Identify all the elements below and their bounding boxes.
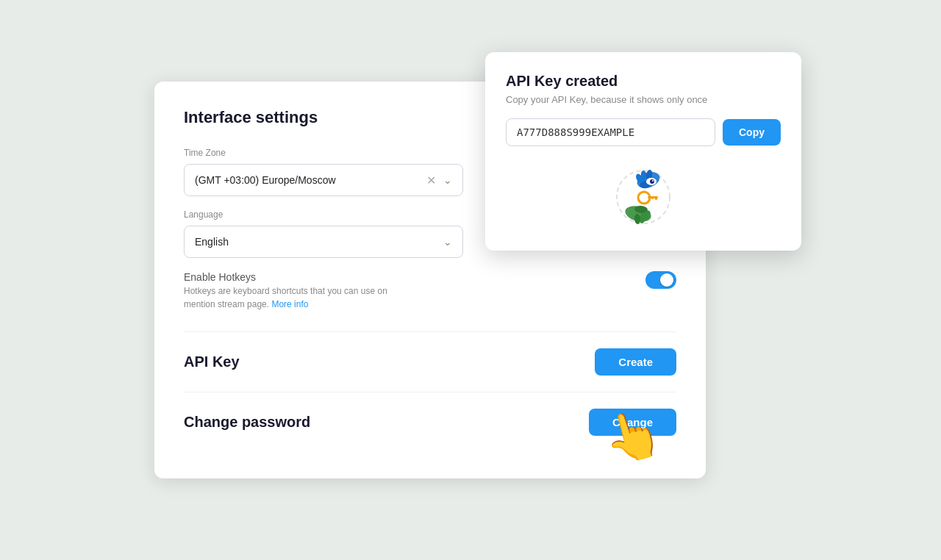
api-key-input-row: Copy xyxy=(506,118,781,146)
svg-point-7 xyxy=(650,179,654,184)
change-password-button[interactable]: Change xyxy=(589,409,676,436)
hotkeys-toggle[interactable] xyxy=(645,271,676,289)
change-password-title: Change password xyxy=(184,414,310,431)
svg-rect-16 xyxy=(655,196,657,200)
hotkeys-label: Enable Hotkeys xyxy=(184,271,645,283)
popup-subtitle: Copy your API Key, because it shows only… xyxy=(506,94,781,105)
api-key-popup: API Key created Copy your API Key, becau… xyxy=(485,52,801,251)
copy-api-key-button[interactable]: Copy xyxy=(723,119,781,146)
hotkeys-label-group: Enable Hotkeys Hotkeys are keyboard shor… xyxy=(184,271,645,311)
timezone-chevron-icon: ⌄ xyxy=(443,174,452,186)
svg-point-8 xyxy=(652,180,654,182)
change-password-row: Change password Change xyxy=(184,392,676,452)
api-illustration-svg xyxy=(603,164,684,230)
timezone-clear-icon[interactable]: ✕ xyxy=(426,173,436,187)
toggle-track xyxy=(645,271,676,289)
svg-rect-17 xyxy=(651,196,654,199)
toggle-thumb xyxy=(660,273,673,287)
language-value: English xyxy=(195,236,443,248)
popup-title: API Key created xyxy=(506,73,781,90)
language-select[interactable]: English ⌄ xyxy=(184,226,463,258)
api-key-input[interactable] xyxy=(506,118,715,146)
hotkeys-row: Enable Hotkeys Hotkeys are keyboard shor… xyxy=(184,271,676,311)
api-key-row: API Key Create xyxy=(184,332,676,392)
api-key-illustration xyxy=(506,164,781,230)
timezone-select[interactable]: (GMT +03:00) Europe/Moscow ✕ ⌄ xyxy=(184,164,463,196)
api-key-title: API Key xyxy=(184,353,240,370)
hotkeys-more-info-link[interactable]: More info xyxy=(271,299,308,309)
timezone-value: (GMT +03:00) Europe/Moscow xyxy=(195,174,426,186)
hotkeys-description: Hotkeys are keyboard shortcuts that you … xyxy=(184,284,412,311)
language-chevron-icon: ⌄ xyxy=(443,236,452,248)
create-api-key-button[interactable]: Create xyxy=(595,348,676,376)
